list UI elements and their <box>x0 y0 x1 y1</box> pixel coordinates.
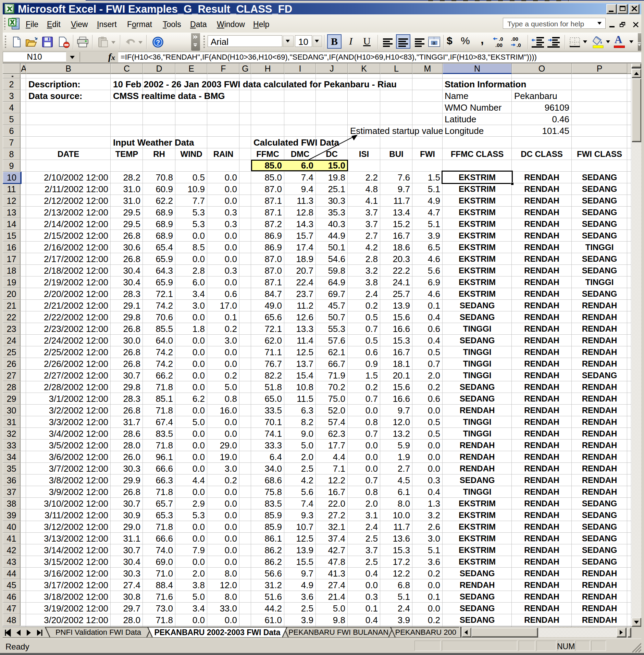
svg-text:?: ? <box>156 39 160 46</box>
svg-text:.0: .0 <box>517 42 521 48</box>
svg-text:.0: .0 <box>499 36 503 42</box>
svg-text:.00: .00 <box>495 42 503 48</box>
svg-text:a: a <box>433 40 435 46</box>
svg-text:.00: .00 <box>511 36 518 42</box>
